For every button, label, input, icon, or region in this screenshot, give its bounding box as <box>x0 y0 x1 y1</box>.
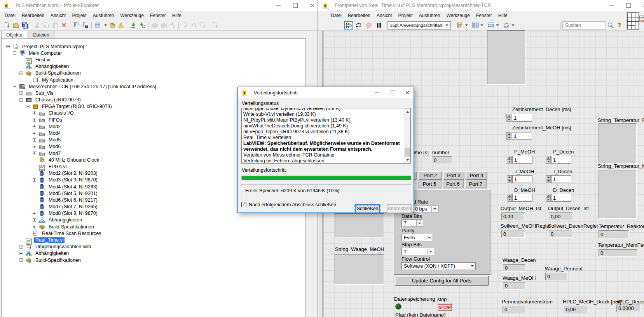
tree-row[interactable]: Abhängigkeiten <box>2 217 305 223</box>
tree-row[interactable]: Real_Time.vi <box>2 237 305 243</box>
expand-icon[interactable] <box>33 132 36 135</box>
tree-item-label[interactable]: Mod3 (Slot 3, NI 9870) <box>47 177 99 183</box>
chevron-down-icon[interactable] <box>496 24 499 26</box>
reorder-icon[interactable] <box>501 21 511 30</box>
maximize-button[interactable] <box>386 87 400 98</box>
maximize-button[interactable] <box>621 0 636 11</box>
refresh-project-icon[interactable] <box>72 21 81 30</box>
menu-hilfe[interactable]: Hilfe <box>169 11 185 20</box>
increment-decrement-spinner[interactable] <box>546 175 551 183</box>
tree-item-label[interactable]: Mod2 (Slot 2, NI 9203) <box>47 171 99 176</box>
chevron-down-icon[interactable] <box>426 235 432 240</box>
tree-item-label[interactable]: Chassis I/O <box>47 110 75 116</box>
expand-icon[interactable] <box>33 118 36 122</box>
menu-hilfe[interactable]: Hilfe <box>495 11 511 20</box>
save-project-icon[interactable] <box>81 21 90 30</box>
schliessen-button[interactable]: Schließen <box>355 204 380 213</box>
run-icon[interactable] <box>344 21 353 30</box>
menu-werkzeuge[interactable]: Werkzeuge <box>443 11 473 20</box>
pause-icon[interactable] <box>374 21 383 30</box>
update-config-button[interactable]: Update Config for All Ports <box>395 276 489 286</box>
close-button[interactable]: ✕ <box>637 0 644 11</box>
tree-item-label[interactable]: Host.vi <box>34 57 51 63</box>
flow-control-select[interactable]: Software (XON / XOFF) <box>401 262 476 270</box>
view-columns-icon[interactable] <box>93 21 102 30</box>
i-decen-control-value[interactable]: 1 <box>551 175 571 183</box>
collapse-icon[interactable] <box>26 105 30 108</box>
port-tab-port-6[interactable]: Port 6 <box>443 180 463 188</box>
menu-werkzeuge[interactable]: Werkzeuge <box>117 11 147 20</box>
run-continuous-icon[interactable] <box>354 21 363 30</box>
menu-ansicht[interactable]: Ansicht <box>373 11 395 20</box>
scroll-up-icon[interactable] <box>404 108 411 115</box>
build-icon[interactable] <box>150 21 159 30</box>
tree-item-label[interactable]: Real_Time.vi <box>34 237 65 243</box>
expand-icon[interactable] <box>33 225 36 228</box>
chevron-down-icon[interactable] <box>431 206 438 212</box>
menu-projekt[interactable]: Projekt <box>69 11 89 20</box>
tree-row[interactable]: Projekt: PLS Membran.lvproj <box>2 43 305 50</box>
expand-icon[interactable] <box>19 245 23 249</box>
increment-decrement-spinner[interactable] <box>507 175 512 183</box>
i-decen-control[interactable]: 1 <box>546 175 571 183</box>
menu-ansicht[interactable]: Ansicht <box>47 11 69 20</box>
new-file-icon[interactable] <box>2 21 11 30</box>
expand-icon[interactable] <box>33 178 36 182</box>
menu-projekt[interactable]: Projekt <box>395 11 415 20</box>
tab-objekte[interactable]: Objekte <box>1 31 27 39</box>
port-tab-port-7[interactable]: Port 7 <box>465 180 486 188</box>
expand-icon[interactable] <box>33 125 36 128</box>
d-decen-control-value[interactable]: 1 <box>551 194 571 202</box>
tree-row[interactable]: Real-Time Scan Resources <box>2 230 305 237</box>
p-decen-control[interactable]: 1 <box>546 156 571 164</box>
p-meoh-control-value[interactable]: 1 <box>512 156 532 164</box>
zeitinkrement-meoh-control-value[interactable]: 1 <box>512 132 532 140</box>
tree-item-label[interactable]: FPGA.vi <box>47 164 68 169</box>
tree-row[interactable]: My Application <box>2 77 305 83</box>
increment-decrement-spinner[interactable] <box>506 114 511 122</box>
menu-bearbeiten[interactable]: Bearbeiten <box>345 11 373 20</box>
zeitinkrement-decen-control[interactable]: 1 <box>506 114 532 122</box>
increment-decrement-spinner[interactable] <box>546 156 551 164</box>
minimize-button[interactable] <box>271 0 286 11</box>
zeitinkrement-meoh-control[interactable]: 1 <box>506 132 532 140</box>
p-decen-control-value[interactable]: 1 <box>551 156 571 164</box>
deploy-icon[interactable] <box>129 21 138 30</box>
zeitinkrement-decen-control-value[interactable]: 1 <box>512 114 532 122</box>
help-icon[interactable]: ? <box>615 21 624 30</box>
tab-dateien[interactable]: Dateien <box>28 31 54 39</box>
collapse-icon[interactable] <box>13 85 16 88</box>
tree-row[interactable]: Abhängigkeiten <box>2 63 305 70</box>
warning-icon[interactable] <box>116 21 125 30</box>
d-meoh-control[interactable]: 1 <box>507 194 532 202</box>
tree-item-label[interactable]: Sub_Vis <box>34 91 54 96</box>
tree-item-label[interactable]: Mod8 (Slot 8, NI 9870) <box>47 211 99 216</box>
tree-item-label[interactable]: Mein Computer <box>28 51 63 56</box>
close-icon[interactable]: ✕ <box>401 87 414 98</box>
chevron-down-icon[interactable] <box>469 263 475 269</box>
port-tab-port-5[interactable]: Port 5 <box>418 180 441 188</box>
tree-item-label[interactable]: Abhängigkeiten <box>34 64 70 69</box>
minimize-button[interactable] <box>604 0 619 11</box>
maximize-button[interactable] <box>288 0 303 11</box>
tree-row[interactable]: Abhängigkeiten <box>2 250 305 257</box>
resize-objects-icon[interactable] <box>486 21 496 30</box>
copy-icon[interactable] <box>42 21 51 30</box>
delete-icon[interactable] <box>59 21 68 30</box>
port-tab-port-2[interactable]: Port 2 <box>419 171 442 179</box>
menu-ausfhren[interactable]: Ausführen <box>416 11 443 20</box>
deploy-target-icon[interactable] <box>138 21 147 30</box>
tree-item-label[interactable]: Abhängigkeiten <box>34 251 70 256</box>
chevron-down-icon[interactable] <box>427 249 433 254</box>
menu-fenster[interactable]: Fenster <box>473 11 495 20</box>
close-on-success-checkbox[interactable]: ✓ <box>241 202 246 207</box>
menu-fenster[interactable]: Fenster <box>147 11 169 20</box>
tree-item-label[interactable]: Mod6 <box>47 144 62 149</box>
open-folder-icon[interactable] <box>11 21 20 30</box>
tree-row[interactable]: Umgebungsvariablen.lvlib <box>2 244 305 250</box>
expand-icon[interactable] <box>19 252 23 255</box>
tree-row[interactable]: Build-Spezifikationen <box>2 223 305 230</box>
i-meoh-control[interactable]: 1 <box>507 175 532 183</box>
increment-decrement-spinner[interactable] <box>507 156 512 164</box>
rebuild-icon[interactable] <box>159 21 168 30</box>
